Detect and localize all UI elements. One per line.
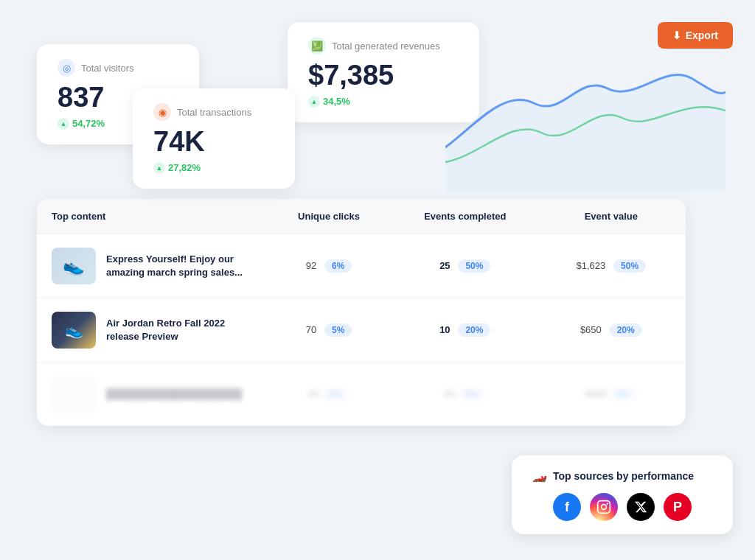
events-pct: 50% [458, 259, 490, 273]
thumbnail: 👟 [52, 312, 96, 349]
clicks-num: 70 [306, 324, 316, 335]
up-arrow-icon: ▲ [153, 162, 165, 174]
chart-area [445, 29, 726, 192]
clicks-pct: 6% [324, 259, 352, 273]
svg-point-2 [606, 503, 608, 505]
content-title: Air Jordan Retro Fall 2022 release Previ… [106, 317, 249, 343]
x-twitter-icon[interactable] [627, 493, 655, 521]
value-pct: 20% [610, 323, 642, 337]
table-row: 👟 Express Yourself! Enjoy our amazing ma… [37, 234, 686, 298]
clicks-pct: 5% [324, 323, 352, 337]
card-table: Top content Unique clicks Events complet… [37, 199, 686, 426]
instagram-icon[interactable] [590, 493, 618, 521]
social-icons-row: f P [532, 493, 712, 521]
up-arrow-icon: ▲ [308, 96, 320, 108]
table-row: 👟 Air Jordan Retro Fall 2022 release Pre… [37, 298, 686, 363]
content-title: Express Yourself! Enjoy our amazing marc… [106, 253, 249, 279]
svg-rect-0 [598, 501, 610, 514]
content-title: ████████████████████ [106, 388, 242, 401]
card-transactions: ◉ Total transactions 74K ▲ 27,82% [133, 88, 295, 189]
revenues-change: ▲ 34,5% [308, 96, 459, 108]
events-pct: 20% [458, 323, 490, 337]
value-pct: 50% [613, 259, 646, 273]
col-unique-clicks: Unique clicks [264, 199, 394, 234]
card-revenues: 💹 Total generated revenues $7,385 ▲ 34,5… [288, 22, 479, 122]
table-row-blurred: ████████████████████ 00 0% 00 0% $000 0% [37, 363, 686, 427]
thumbnail [52, 376, 96, 413]
thumbnail: 👟 [52, 248, 96, 284]
svg-point-1 [602, 505, 607, 510]
card-sources: 🏎️ Top sources by performance f P [512, 455, 733, 534]
events-num: 10 [439, 324, 450, 335]
sneaker-icon: 👟 [65, 321, 83, 339]
export-button[interactable]: ⬇ Export [658, 22, 733, 49]
up-arrow-icon: ▲ [58, 118, 69, 130]
content-cell: 👟 Air Jordan Retro Fall 2022 release Pre… [52, 312, 249, 349]
sneaker-icon: 👟 [63, 256, 85, 276]
sources-title: Top sources by performance [553, 470, 694, 482]
col-events-completed: Events completed [394, 199, 537, 234]
revenues-value: $7,385 [308, 60, 459, 91]
transactions-icon: ◉ [153, 103, 171, 121]
col-event-value: Event value [537, 199, 686, 234]
download-icon: ⬇ [672, 29, 681, 41]
performance-icon: 🏎️ [532, 469, 547, 483]
visitors-label: Total visitors [81, 63, 134, 74]
transactions-change: ▲ 27,82% [153, 162, 274, 174]
transactions-value: 74K [153, 127, 274, 158]
revenues-icon: 💹 [308, 37, 326, 55]
facebook-icon[interactable]: f [553, 493, 581, 521]
sources-header: 🏎️ Top sources by performance [532, 469, 712, 483]
events-num: 25 [439, 260, 450, 271]
clicks-num: 92 [306, 260, 316, 271]
visitors-icon: ◎ [58, 59, 75, 77]
pinterest-icon[interactable]: P [664, 493, 692, 521]
value-dollar: $650 [580, 324, 602, 335]
revenues-label: Total generated revenues [332, 41, 440, 52]
transactions-label: Total transactions [177, 107, 251, 118]
col-top-content: Top content [37, 199, 264, 234]
value-dollar: $1,623 [576, 260, 605, 271]
content-cell: 👟 Express Yourself! Enjoy our amazing ma… [52, 248, 249, 284]
